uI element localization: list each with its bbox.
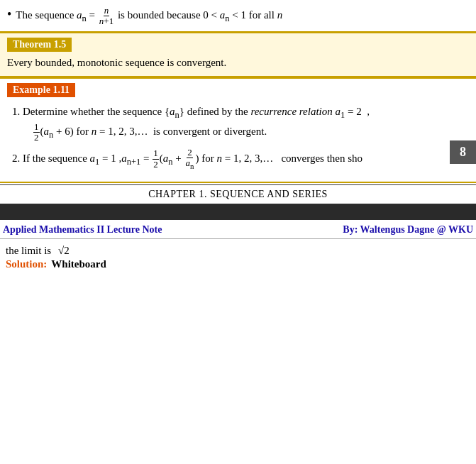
- example-item-1: Determine whether the sequence {an} defi…: [23, 103, 469, 143]
- bullet-text: The sequence an = n n+1 is bounded becau…: [16, 6, 282, 27]
- page-number-badge: 8: [450, 140, 476, 164]
- dark-bar: [0, 204, 476, 220]
- solution-value: Whiteboard: [51, 258, 106, 270]
- item1-text: Determine whether the sequence {an} defi…: [23, 106, 370, 117]
- frac-half-1: 1 2: [33, 122, 40, 143]
- frac-half2-num: 1: [153, 148, 159, 159]
- solution-label: Solution:: [6, 258, 47, 270]
- seq-var: a: [77, 9, 82, 21]
- example-title: Example 1.11: [7, 83, 75, 97]
- frac-n-n1: n n+1: [99, 6, 114, 27]
- author-right: By: Waltengus Dagne @ WKU: [343, 224, 473, 236]
- author-left: Applied Mathematics II Lecture Note: [3, 224, 162, 236]
- frac-2-an: 2 an: [185, 148, 195, 171]
- top-section: • The sequence an = n n+1 is bounded bec…: [0, 0, 476, 32]
- bullet-item: • The sequence an = n n+1 is bounded bec…: [7, 6, 469, 27]
- theorem-section: Theorem 1.5 Every bounded, monotonic seq…: [0, 32, 476, 78]
- theorem-body: Every bounded, monotonic sequence is con…: [7, 55, 469, 71]
- item1-subline: 1 2 (an + 6) for n = 1, 2, 3,… is conver…: [23, 122, 469, 143]
- frac-numerator: n: [104, 6, 110, 16]
- chapter-footer: CHAPTER 1. SEQUENCE AND SERIES: [0, 184, 476, 204]
- solution-line: Solution: Whiteboard: [6, 258, 470, 270]
- example-item-2: If the sequence a1 = 1 ,an+1 = 1 2 (an +…: [23, 148, 469, 171]
- frac-half2-den: 2: [153, 160, 159, 170]
- bullet-dot: •: [7, 8, 11, 21]
- item2-text: If the sequence a1 = 1 ,an+1 = 1 2 (an +…: [23, 153, 362, 164]
- solution-area: the limit is √2 Solution: Whiteboard: [0, 239, 476, 275]
- limit-label: the limit is: [6, 245, 51, 257]
- limit-value: √2: [55, 245, 69, 257]
- frac-half-2: 1 2: [153, 148, 159, 170]
- frac-2an-num: 2: [187, 148, 193, 158]
- example-section: Example 1.11 Determine whether the seque…: [0, 77, 476, 183]
- seq-sub: n: [82, 13, 87, 23]
- example-list: Determine whether the sequence {an} defi…: [7, 103, 469, 170]
- frac-2an-den: an: [185, 158, 195, 171]
- page: • The sequence an = n n+1 is bounded bec…: [0, 0, 476, 464]
- frac-half-den: 2: [33, 133, 40, 143]
- frac-denominator: n+1: [99, 16, 114, 26]
- limit-line: the limit is √2: [6, 245, 470, 257]
- frac-half-num: 1: [33, 122, 40, 133]
- theorem-title: Theorem 1.5: [7, 38, 72, 52]
- author-footer: Applied Mathematics II Lecture Note By: …: [0, 220, 476, 239]
